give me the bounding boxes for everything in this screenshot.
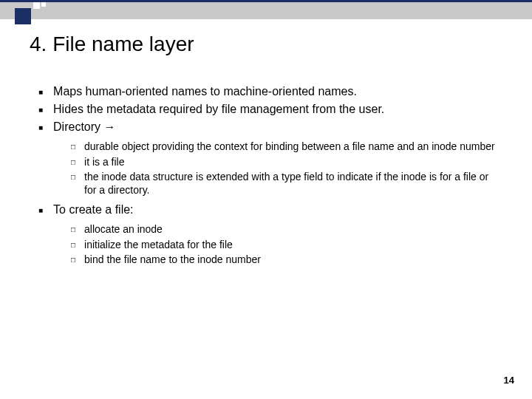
list-item: □ it is a file [71, 156, 497, 169]
list-item-text: the inode data structure is extended wit… [84, 171, 497, 197]
decorative-header-strip [0, 0, 532, 19]
strip-top-line [0, 0, 532, 2]
list-item-text: durable object providing the context for… [84, 140, 497, 154]
square-bullet-icon: ■ [38, 206, 43, 217]
slide-body: ■ Maps human-oriented names to machine-o… [38, 84, 497, 273]
square-bullet-icon: ■ [38, 88, 43, 99]
list-item-text: Maps human-oriented names to machine-ori… [53, 84, 497, 99]
page-number: 14 [504, 375, 514, 386]
slide-title: 4. File name layer [30, 33, 194, 56]
hollow-square-bullet-icon: □ [71, 256, 75, 267]
sub-list: □ allocate an inode □ initialize the met… [71, 223, 497, 267]
list-item-text: Hides the metadata required by file mana… [53, 102, 497, 117]
list-item-text: it is a file [84, 156, 497, 169]
list-item-text: Directory → [53, 120, 497, 134]
list-item-text: allocate an inode [84, 223, 497, 236]
list-item-text: bind the file name to the inode number [84, 253, 497, 267]
list-item: □ durable object providing the context f… [71, 140, 497, 154]
square-bullet-icon: ■ [38, 106, 43, 117]
list-item: ■ To create a file: [38, 202, 497, 217]
list-item-text: To create a file: [53, 202, 497, 217]
list-item: □ bind the file name to the inode number [71, 253, 497, 267]
square-large [15, 8, 31, 24]
hollow-square-bullet-icon: □ [71, 225, 75, 236]
sub-list: □ durable object providing the context f… [71, 140, 497, 197]
list-item: ■ Directory → [38, 120, 497, 134]
hollow-square-bullet-icon: □ [71, 173, 75, 197]
square-bullet-icon: ■ [38, 123, 43, 134]
hollow-square-bullet-icon: □ [71, 143, 75, 154]
list-item: □ the inode data structure is extended w… [71, 171, 497, 197]
hollow-square-bullet-icon: □ [71, 158, 75, 169]
list-item-text: initialize the metadata for the file [84, 239, 497, 252]
list-item: □ allocate an inode [71, 223, 497, 236]
list-item: ■ Hides the metadata required by file ma… [38, 102, 497, 117]
list-item: ■ Maps human-oriented names to machine-o… [38, 84, 497, 99]
hollow-square-bullet-icon: □ [71, 241, 75, 252]
strip-grey [0, 0, 532, 19]
square-small-1 [33, 2, 40, 9]
square-small-2 [41, 2, 46, 7]
list-item: □ initialize the metadata for the file [71, 239, 497, 252]
